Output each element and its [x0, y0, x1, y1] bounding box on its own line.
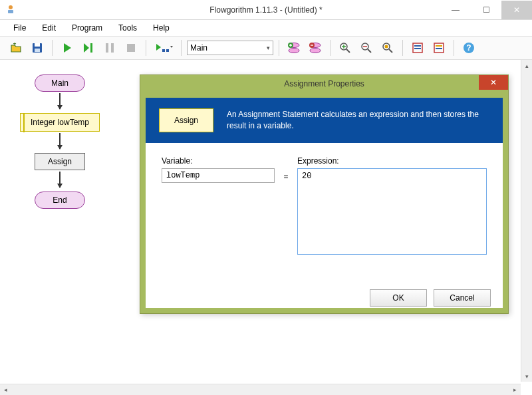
- flowchart-end-terminal[interactable]: End: [35, 192, 85, 209]
- vertical-scrollbar[interactable]: ▴ ▾: [521, 60, 532, 382]
- variable-label: Variable:: [162, 156, 275, 166]
- app-icon: [5, 5, 16, 15]
- step-button[interactable]: [79, 39, 98, 57]
- remove-pill-icon: [309, 42, 322, 54]
- flowchart-arrow: [59, 172, 61, 188]
- minimize-button[interactable]: —: [440, 1, 471, 19]
- toolbar-separator: [181, 40, 182, 56]
- banner-assign-box: Assign: [159, 108, 213, 132]
- scroll-up-icon[interactable]: ▴: [521, 60, 532, 71]
- layout2-button[interactable]: [430, 39, 448, 57]
- open-button[interactable]: [7, 39, 25, 57]
- close-button[interactable]: ✕: [501, 1, 532, 19]
- svg-rect-23: [414, 48, 421, 49]
- svg-rect-5: [90, 43, 92, 53]
- svg-text:?: ?: [466, 43, 471, 53]
- scroll-left-icon[interactable]: ◂: [0, 384, 11, 395]
- svg-rect-22: [414, 45, 421, 47]
- expression-input[interactable]: [297, 168, 487, 255]
- svg-rect-9: [162, 49, 165, 52]
- equals-sign: =: [283, 156, 289, 257]
- scroll-right-icon[interactable]: ▸: [509, 384, 521, 395]
- dialog-title: Assignment Properties: [140, 79, 508, 88]
- svg-rect-10: [166, 49, 169, 52]
- svg-rect-4: [35, 49, 40, 52]
- run-button[interactable]: [58, 39, 76, 57]
- stop-icon: [126, 43, 136, 53]
- step-icon: [82, 42, 95, 54]
- toolbar: Main ▾ ?: [0, 36, 532, 60]
- svg-rect-26: [436, 48, 442, 49]
- svg-rect-25: [436, 45, 442, 47]
- menu-program[interactable]: Program: [65, 21, 109, 35]
- toolbar-separator: [146, 40, 146, 56]
- play-icon: [61, 42, 73, 54]
- svg-rect-1: [8, 10, 13, 13]
- zoom-out-button[interactable]: [357, 39, 376, 57]
- window-controls: — ☐ ✕: [440, 1, 532, 19]
- svg-rect-6: [106, 43, 108, 53]
- add-pill-icon: [287, 42, 301, 54]
- function-dropdown[interactable]: Main ▾: [187, 41, 273, 55]
- toolbar-separator: [279, 40, 279, 56]
- layout1-button[interactable]: [408, 39, 427, 57]
- flowchart-main-terminal[interactable]: Main: [35, 74, 85, 92]
- variable-input[interactable]: [162, 168, 275, 183]
- svg-point-0: [9, 5, 13, 9]
- layout1-icon: [412, 42, 424, 54]
- dialog-close-button[interactable]: ✕: [479, 75, 508, 90]
- function-selected-text: Main: [190, 43, 207, 53]
- pause-icon: [104, 43, 115, 53]
- pause-button[interactable]: [100, 39, 119, 57]
- save-icon: [31, 41, 44, 55]
- flowchart-arrow: [59, 93, 61, 109]
- expression-label: Expression:: [297, 156, 487, 166]
- svg-point-12: [289, 49, 299, 53]
- flowchart-declare-node[interactable]: Integer lowTemp: [20, 113, 100, 132]
- menu-bar: File Edit Program Tools Help: [0, 20, 532, 36]
- dialog-titlebar[interactable]: Assignment Properties ✕: [140, 75, 508, 92]
- menu-edit[interactable]: Edit: [35, 21, 63, 35]
- open-icon: [9, 41, 23, 55]
- zoom-in-icon: [339, 42, 351, 54]
- flowchart-arrow: [59, 133, 61, 149]
- svg-point-15: [310, 49, 321, 53]
- toolbar-separator: [402, 40, 403, 56]
- layout2-icon: [433, 42, 445, 54]
- maximize-button[interactable]: ☐: [471, 1, 501, 19]
- ok-button[interactable]: OK: [370, 289, 427, 307]
- save-button[interactable]: [28, 39, 47, 57]
- chevron-down-icon: ▾: [267, 45, 270, 51]
- flowchart-assign-node[interactable]: Assign: [35, 153, 85, 170]
- window-titlebar: Flowgorithm 1.11.3 - (Untitled) * — ☐ ✕: [0, 0, 532, 20]
- assignment-properties-dialog: Assignment Properties ✕ Assign An Assign…: [140, 74, 509, 314]
- menu-tools[interactable]: Tools: [112, 21, 144, 35]
- dialog-banner: Assign An Assignment Statement calculate…: [146, 98, 503, 143]
- speed-icon: [154, 42, 173, 54]
- menu-file[interactable]: File: [7, 21, 33, 35]
- speed-button[interactable]: [152, 39, 176, 57]
- add-function-button[interactable]: [285, 39, 303, 57]
- remove-function-button[interactable]: [306, 39, 325, 57]
- svg-rect-3: [35, 43, 40, 47]
- zoom-fit-button[interactable]: [378, 39, 397, 57]
- cancel-button[interactable]: Cancel: [434, 289, 491, 307]
- scroll-down-icon[interactable]: ▾: [521, 370, 532, 382]
- help-icon: ?: [463, 42, 475, 54]
- svg-rect-8: [127, 44, 135, 52]
- zoom-out-icon: [360, 42, 372, 54]
- stop-button[interactable]: [122, 39, 140, 57]
- zoom-gear-icon: [382, 42, 394, 54]
- toolbar-separator: [330, 40, 331, 56]
- toolbar-separator: [52, 40, 53, 56]
- zoom-in-button[interactable]: [336, 39, 354, 57]
- horizontal-scrollbar[interactable]: ◂ ▸: [0, 384, 521, 395]
- help-button[interactable]: ?: [460, 39, 478, 57]
- svg-rect-7: [111, 43, 114, 53]
- menu-help[interactable]: Help: [146, 21, 176, 35]
- toolbar-separator: [454, 40, 454, 56]
- svg-point-20: [385, 45, 388, 49]
- banner-description: An Assignment Statement calculates an ex…: [227, 109, 489, 132]
